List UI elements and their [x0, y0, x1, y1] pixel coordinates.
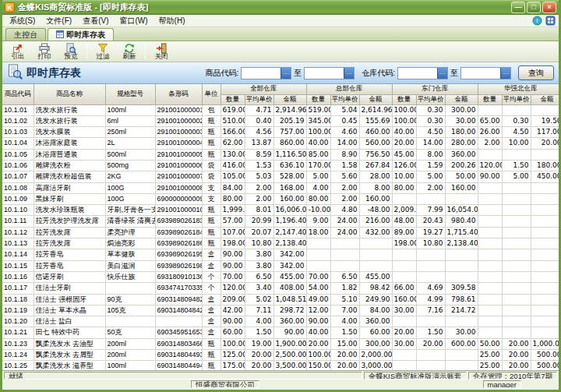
lookup-icon[interactable]: … [280, 68, 291, 79]
grid-cell: 6939890261835 [155, 216, 202, 227]
grid-cell: 160.00 [392, 294, 416, 305]
grid-cell: 126.00 [392, 160, 416, 171]
grid-row[interactable]: 10.1.24飘柔洗发水 去屑型200ml6903148044937瓶125.0… [2, 350, 559, 361]
grid-cell: 洗发水旅行装 [34, 104, 105, 115]
grid-row[interactable]: 10.1.16信诺牙刷快乐仕族6931809101367个70.006.5045… [2, 271, 559, 282]
export-button[interactable]: 引出 [5, 42, 31, 62]
tab-inventory-report[interactable]: 即时库存表 [48, 28, 114, 41]
menu-help[interactable]: 帮助(H) [153, 16, 191, 26]
warehouse-code-to-input[interactable] [461, 68, 500, 79]
filter-button[interactable]: 过滤 [90, 42, 116, 62]
grid-cell: 0.30 [416, 115, 445, 126]
grid-cell: 瓶 [202, 216, 221, 227]
grid-row[interactable]: 10.1.20佳洁士 盐白盒90.004.00360.0090.004.0036… [2, 316, 559, 327]
grid-cell: 150.00 [306, 361, 330, 371]
menu-system[interactable]: 系统(S) [4, 16, 41, 26]
menu-view[interactable]: 查看(V) [77, 16, 114, 26]
inventory-grid[interactable]: 商品代码商品名称规格型号条形码单位全部仓库总部仓库东门仓库华强北仓库数量平均单价… [2, 84, 559, 371]
warehouse-code-label: 仓库代码: [362, 68, 395, 79]
grid-cell: 1,000.00 [531, 338, 559, 349]
grid-row[interactable]: 10.1.25飘柔洗发水 滋养型100ml6903148044944瓶175.0… [2, 361, 559, 371]
message-icon[interactable]: i [532, 16, 542, 26]
grid-row[interactable]: 10.1.06雕牌洗衣粉500mg2910010000069袋416.001.5… [2, 160, 559, 171]
grid-row[interactable]: 10.1.21田七 特效中药50克6903459516535盒60.001.50… [2, 327, 559, 338]
grid-row[interactable]: 10.1.08高露洁牙刷100G2910010000083支84.002.001… [2, 182, 559, 193]
grid-cell: 10.1.25 [2, 361, 34, 371]
page-title: 即时库存表 [26, 66, 81, 80]
grid-row[interactable]: 10.1.03洗发水膜装250ml2910010000038瓶166.004.5… [2, 127, 559, 138]
grid-cell: 30.00 [392, 338, 416, 349]
grid-row[interactable]: 10.1.12拉芳洗发露柔亮护理6939890261842瓶107.0020.0… [2, 227, 559, 238]
grid-row[interactable]: 10.1.04沐浴露家庭装2L2910010000045瓶62.0013.878… [2, 138, 559, 149]
refresh-button[interactable]: 刷新 [116, 42, 143, 62]
grid-cell [416, 271, 445, 282]
grid-cell [502, 227, 531, 238]
grid-cell: 100.00 [306, 127, 330, 138]
tab-console[interactable]: 主控台 [5, 28, 46, 41]
grid-cell: 2KG [105, 171, 155, 182]
grid-row[interactable]: 10.1.10洗发水珍珠瓶装牙刷,牙膏各一支2910010000106瓶1,99… [2, 205, 559, 216]
grid-cell [531, 182, 559, 193]
query-button[interactable]: 查询 [518, 65, 554, 80]
grid-cell: 100.00 [306, 350, 330, 361]
menu-file[interactable]: 文件(F) [41, 16, 77, 26]
grid-cell [330, 260, 359, 271]
grid-row[interactable]: 10.1.09黑妹牙刷100G6900000000090支80.002.0016… [2, 193, 559, 204]
grid-row[interactable]: 10.1.01洗发水旅行装100ml2910010000014包619.004.… [2, 104, 559, 115]
window-title: 金蝶KIS商贸标准版 - [即时库存表] [18, 2, 511, 13]
grid-cell: 19.50 [531, 115, 559, 126]
grid-row[interactable]: 10.1.14拉芳香皂草本健肤6939890261953盒90.003.8034… [2, 249, 559, 260]
grid-row[interactable]: 10.1.15拉芳香皂美白滋润6939890261984盒90.003.8034… [2, 260, 559, 271]
lookup-icon[interactable]: … [437, 68, 447, 79]
grid-row[interactable]: 10.1.11拉芳洗发护理洗发露清香绿茶 清爽去屑6939890261835瓶5… [2, 216, 559, 227]
grid-cell [502, 316, 531, 327]
grid-cell: 205.19 [273, 115, 306, 126]
grid-cell: 54.00 [306, 283, 330, 294]
grid-cell: 89.00 [392, 227, 416, 238]
product-code-from-input[interactable] [242, 68, 280, 79]
sub-column-header: 数量 [306, 94, 330, 104]
lookup-icon[interactable]: … [500, 68, 510, 79]
grid-cell: 619.00 [221, 104, 245, 115]
grid-cell [531, 149, 559, 160]
close-button[interactable]: × [542, 2, 556, 13]
sub-column-header: 平均单价 [502, 94, 531, 104]
grid-row[interactable]: 10.1.05沐浴露普通装500ml2910010000052瓶130.008.… [2, 149, 559, 160]
print-button[interactable]: 打印 [31, 42, 58, 62]
grid-row[interactable]: 10.1.19佳洁士 草本水晶105克6903148048429盒42.007.… [2, 305, 559, 316]
close-view-button[interactable]: 关闭 [148, 42, 175, 62]
grid-cell: 26.00 [478, 127, 502, 138]
grid-cell: 8.00 [359, 182, 392, 193]
grid-cell: 2,147.40 [273, 227, 306, 238]
grid-row[interactable]: 10.1.17佳洁士牙刷6934741703354个120.003.40408.… [2, 283, 559, 294]
warehouse-code-from-input[interactable] [398, 68, 437, 79]
status-company: 恒盛商贸有限公司 [191, 380, 259, 388]
grid-cell: 3,500.00 [273, 361, 306, 371]
grid-row[interactable]: 10.1.02洗发水旅行装6ml2910010000021瓶510.000.40… [2, 115, 559, 126]
minimize-button[interactable]: — [511, 2, 525, 13]
product-code-to-input[interactable] [305, 68, 344, 79]
warehouse-group-header: 东门仓库 [392, 84, 478, 94]
grid-cell: 300.00 [359, 338, 392, 349]
grid-cell: 168.00 [273, 182, 306, 193]
grid-cell: 10.1.12 [2, 227, 34, 238]
maximize-button[interactable]: □ [527, 2, 541, 13]
grid-cell: 美白滋润 [105, 260, 155, 271]
toolbar-separator [145, 44, 146, 59]
grid-row[interactable]: 10.1.23飘柔洗发水 去油型200ml6903148034662瓶100.0… [2, 338, 559, 349]
lookup-icon[interactable]: … [344, 68, 354, 79]
grid-cell: 4.80 [330, 205, 359, 216]
grid-row[interactable]: 10.1.18佳洁士 强根固牙90克6903148094822盒209.005.… [2, 294, 559, 305]
grid-row[interactable]: 10.1.07雕牌洗衣粉超值装2KG2910010000076袋105.005.… [2, 171, 559, 182]
grid-cell: 48.00 [392, 216, 416, 227]
grid-cell: 298.72 [273, 305, 306, 316]
menu-window[interactable]: 窗口(W) [114, 16, 153, 26]
grid-cell: 10.1.04 [2, 138, 34, 149]
grid-cell: 360.00 [273, 316, 306, 327]
grid-row[interactable]: 10.1.13拉芳洗发露焗油亮彩6939890261863瓶198.0010.8… [2, 238, 559, 249]
settings-icon[interactable] [545, 16, 556, 26]
grid-cell: 798.61 [445, 294, 478, 305]
grid-cell: 180.00 [445, 127, 478, 138]
preview-button[interactable]: 预览 [58, 42, 84, 62]
grid-cell: 50.00 [445, 171, 478, 182]
